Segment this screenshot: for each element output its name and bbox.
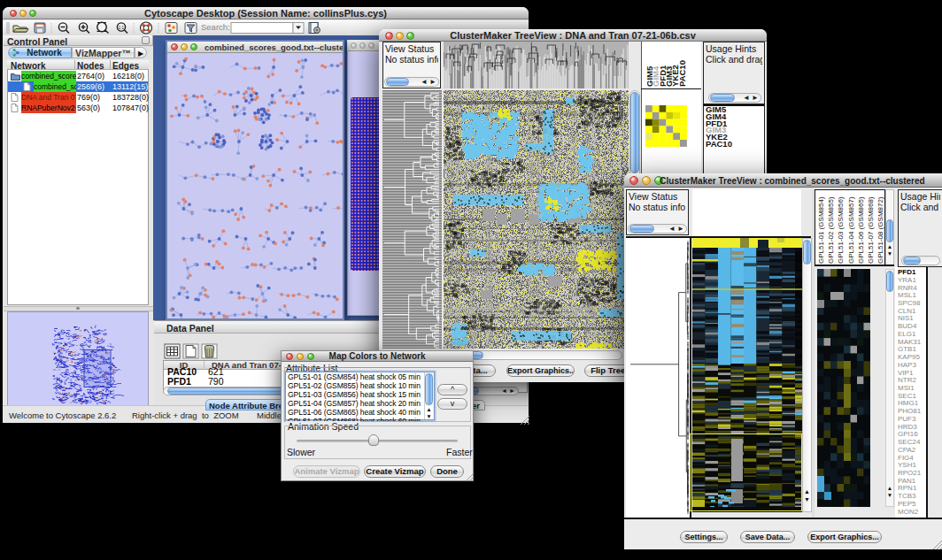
- svg-text:GPL51-08 (GSM872): GPL51-08 (GSM872): [876, 196, 884, 264]
- svg-text:GPL51-01 (GSM854): GPL51-01 (GSM854): [817, 196, 825, 264]
- svg-text:1:1: 1:1: [119, 26, 125, 30]
- svg-text:GPL51-06 (GSM865): GPL51-06 (GSM865): [857, 196, 865, 264]
- svg-text:GPL51-07 (GSM868): GPL51-07 (GSM868): [867, 196, 875, 264]
- svg-text:GPL51-02 (GSM855): GPL51-02 (GSM855): [827, 196, 835, 264]
- svg-text:GPL51-03 (GSM856): GPL51-03 (GSM856): [837, 196, 845, 264]
- svg-text:Search:: Search:: [201, 22, 230, 32]
- svg-text:PAC10: PAC10: [677, 60, 687, 87]
- svg-text:GPL51-04 (GSM857): GPL51-04 (GSM857): [847, 196, 855, 264]
